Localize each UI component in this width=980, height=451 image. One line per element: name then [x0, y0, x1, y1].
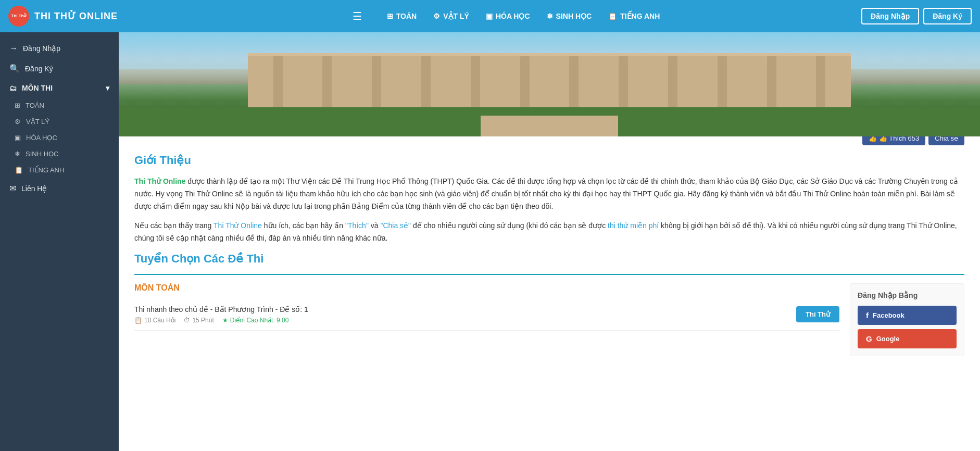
login-box: Đăng Nhập Bằng f Facebook G Google	[850, 283, 964, 356]
exam-time: ⏱ 15 Phút	[184, 317, 213, 324]
square-icon: ▣	[486, 12, 493, 20]
exam-item-title: Thi nhanh theo chủ đề - Bất Phương Trình…	[134, 305, 308, 314]
page-wrapper: → Đăng Nhập 🔍 Đăng Ký 🗂 MÔN THI ▾ ⊞ TOÁN…	[0, 32, 980, 451]
nav-item-toan[interactable]: ⊞ TOÁN	[387, 12, 417, 20]
square-small-icon: ▣	[15, 134, 21, 142]
site-name-2: Thi Thử Online	[213, 221, 262, 230]
clipboard-small-icon: 📋	[15, 166, 23, 174]
clock-icon: ⏱	[184, 317, 190, 324]
search-icon: 🔍	[9, 64, 20, 73]
sidebar-item-dangky[interactable]: 🔍 Đăng Ký	[0, 58, 119, 79]
share-quote: "Chia sẻ"	[380, 221, 411, 230]
hamburger-icon[interactable]: ☰	[353, 10, 362, 22]
sidebar-item-dangnhap[interactable]: → Đăng Nhập	[0, 39, 119, 58]
nav-item-vatly[interactable]: ⚙ VẬT LÝ	[433, 12, 469, 20]
exam-questions: 📋 10 Câu Hỏi	[134, 317, 175, 324]
intro-para2: Nếu các bạn thấy trang Thi Thử Online hữ…	[134, 220, 964, 245]
free-trial-link[interactable]: thi thử miễn phí	[608, 221, 659, 230]
list-icon: 📋	[134, 317, 142, 324]
exam-list: MÔN TOÁN Thi nhanh theo chủ đề - Bất Phư…	[134, 283, 839, 356]
facebook-icon: f	[866, 311, 869, 320]
nav-item-hoahoc[interactable]: ▣ HÓA HỌC	[486, 12, 530, 20]
thi-thu-button[interactable]: Thi Thử	[796, 306, 839, 322]
login-button[interactable]: Đăng Nhập	[861, 8, 919, 24]
star-icon: ★	[222, 317, 228, 324]
tuyen-chon-layout: MÔN TOÁN Thi nhanh theo chủ đề - Bất Phư…	[134, 283, 964, 356]
sidebar-subitem-toan[interactable]: ⊞ TOÁN	[0, 97, 119, 114]
top-nav: Thi Thử THI THỬ ONLINE ☰ ⊞ TOÁN ⚙ VẬT LÝ…	[0, 0, 980, 32]
facebook-login-button[interactable]: f Facebook	[858, 306, 957, 325]
google-login-button[interactable]: G Google	[858, 329, 957, 348]
brand-logo: Thi Thử	[8, 6, 29, 27]
sidebar-subitem-sinhhoc[interactable]: ❄ SINH HỌC	[0, 146, 119, 162]
nav-item-sinhhoc[interactable]: ❄ SINH HỌC	[547, 12, 592, 20]
brand-title: THI THỬ ONLINE	[34, 10, 118, 22]
sidebar-subitem-tienganh[interactable]: 📋 TIẾNG ANH	[0, 162, 119, 178]
exam-item-info: Thi nhanh theo chủ đề - Bất Phương Trình…	[134, 305, 308, 324]
snowflake-icon: ❄	[547, 12, 553, 20]
google-icon: G	[866, 334, 872, 343]
banner	[119, 32, 980, 136]
exam-score: ★ Điểm Cao Nhất: 9.00	[222, 317, 289, 324]
snowflake-small-icon: ❄	[15, 150, 20, 158]
arrow-right-icon: →	[9, 44, 18, 53]
nav-item-tienganh[interactable]: 📋 TIẾNG ANH	[608, 12, 660, 20]
content-area: 👍 👍 Thích 653 Chia sẻ Giới Thiệu Thi Thử…	[119, 136, 980, 367]
sidebar-item-lienhe[interactable]: ✉ Liên Hệ	[0, 178, 119, 198]
folder-icon: 🗂	[9, 84, 17, 92]
intro-para1: Thi Thử Online được thành lập để tạo ra …	[134, 176, 964, 212]
main-content: 👍 👍 Thích 653 Chia sẻ Giới Thiệu Thi Thử…	[119, 32, 980, 451]
exam-item: Thi nhanh theo chủ đề - Bất Phương Trình…	[134, 299, 839, 331]
brand: Thi Thử THI THỬ ONLINE	[8, 6, 151, 27]
register-button[interactable]: Đăng Ký	[923, 8, 972, 24]
gear-icon: ⚙	[433, 12, 440, 20]
grid-icon: ⊞	[387, 12, 393, 20]
section-divider	[134, 274, 964, 275]
login-box-title: Đăng Nhập Bằng	[858, 291, 957, 299]
top-nav-center: ☰ ⊞ TOÁN ⚙ VẬT LÝ ▣ HÓA HỌC ❄ SINH HỌC 📋…	[151, 10, 861, 22]
chevron-down-icon: ▾	[106, 84, 109, 92]
mon-toan-label: MÔN TOÁN	[134, 283, 839, 293]
top-nav-right: Đăng Nhập Đăng Ký	[861, 8, 972, 24]
site-name-highlight: Thi Thử Online	[134, 177, 185, 185]
gear-small-icon: ⚙	[15, 118, 21, 126]
sidebar-subitem-hoahoc[interactable]: ▣ HÓA HỌC	[0, 130, 119, 146]
intro-title: Giới Thiệu	[134, 154, 964, 167]
right-panel: Đăng Nhập Bằng f Facebook G Google	[850, 283, 964, 356]
grid-small-icon: ⊞	[15, 102, 20, 109]
sidebar-section-monthi[interactable]: 🗂 MÔN THI ▾	[0, 79, 119, 97]
sidebar-subitem-vatly[interactable]: ⚙ VẬT LÝ	[0, 114, 119, 130]
banner-image	[119, 32, 980, 136]
exam-meta: 📋 10 Câu Hỏi ⏱ 15 Phút ★ Điểm Cao Nhất: …	[134, 317, 308, 324]
sidebar: → Đăng Nhập 🔍 Đăng Ký 🗂 MÔN THI ▾ ⊞ TOÁN…	[0, 32, 119, 451]
clipboard-icon: 📋	[608, 12, 617, 20]
mail-icon: ✉	[9, 183, 16, 193]
like-quote: "Thích"	[345, 221, 369, 230]
tuyen-chon-title: Tuyển Chọn Các Đề Thi	[134, 252, 964, 266]
